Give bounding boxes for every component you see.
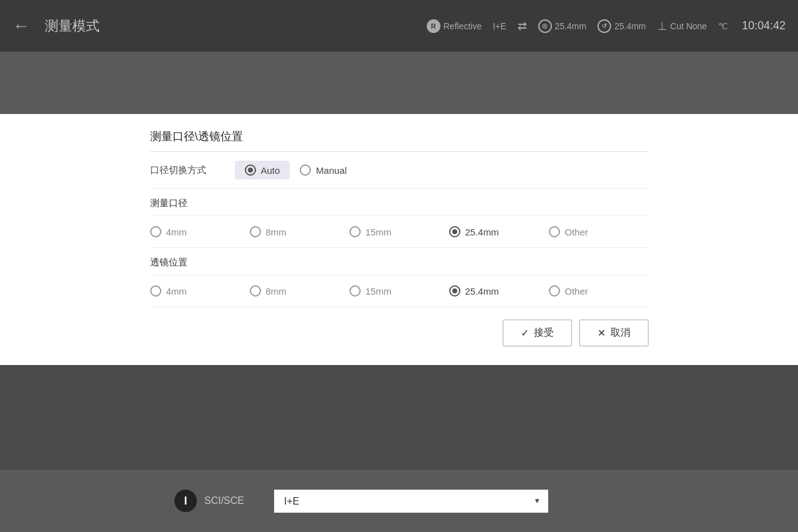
ie-dropdown-wrapper: I+E SCI SCE: [274, 490, 548, 513]
lens-position-heading: 透镜位置: [150, 248, 648, 275]
auto-option[interactable]: Auto: [235, 161, 290, 179]
measurement-aperture-row: 4mm 8mm 15mm 25.4mm Other: [150, 216, 648, 248]
bottom-bar: I SCI/SCE I+E SCI SCE: [0, 470, 798, 532]
aperture-15mm-radio[interactable]: [349, 226, 361, 237]
aperture-switch-row: 口径切换方式 Auto Manual: [150, 152, 648, 189]
status-group: R Reflective I+E ⇄ ◎ 25.4mm ↺ 25.4mm ⊥ C…: [427, 19, 786, 33]
reflective-status: R Reflective: [427, 19, 482, 33]
cancel-label: 取消: [610, 326, 630, 340]
action-row: ✓ 接受 ✕ 取消: [150, 307, 648, 346]
usb-icon: ⇄: [518, 19, 527, 33]
aperture1-icon: ◎: [538, 19, 552, 33]
cut-status: ⊥ Cut None: [657, 19, 707, 33]
aperture-other-radio[interactable]: [549, 226, 560, 237]
aperture-switch-group: Auto Manual: [235, 161, 357, 179]
middle-gray-area: [0, 52, 798, 114]
lens-15mm-option[interactable]: 15mm: [349, 285, 449, 297]
measurement-aperture-heading: 测量口径: [150, 189, 648, 216]
aperture-8mm-radio[interactable]: [250, 226, 261, 237]
lens-4mm-option[interactable]: 4mm: [150, 285, 250, 297]
cancel-button[interactable]: ✕ 取消: [579, 320, 648, 346]
sci-icon: I: [174, 490, 197, 512]
aperture-other-option[interactable]: Other: [549, 226, 648, 237]
aperture2-value: 25.4mm: [614, 21, 646, 31]
checkmark-icon: ✓: [521, 327, 529, 339]
aperture-25mm-option[interactable]: 25.4mm: [449, 226, 549, 237]
back-button[interactable]: ←: [12, 16, 30, 36]
clock-display: 10:04:42: [742, 19, 786, 32]
dropdown-container: I+E SCI SCE: [274, 490, 548, 513]
accept-button[interactable]: ✓ 接受: [503, 320, 572, 346]
aperture-4mm-radio[interactable]: [150, 226, 161, 237]
aperture-8mm-option[interactable]: 8mm: [250, 226, 349, 237]
lens-other-option[interactable]: Other: [549, 285, 648, 297]
auto-label: Auto: [261, 165, 280, 176]
aperture1-status: ◎ 25.4mm: [538, 19, 587, 33]
aperture-15mm-option[interactable]: 15mm: [349, 226, 449, 237]
accept-label: 接受: [534, 326, 554, 340]
x-icon: ✕: [597, 327, 606, 339]
aperture2-icon: ↺: [597, 19, 611, 33]
dialog-panel: 测量口径\透镜位置 口径切换方式 Auto Manual 测量口径 4mm: [150, 114, 648, 365]
lens-other-radio[interactable]: [549, 285, 560, 297]
aperture1-value: 25.4mm: [555, 21, 587, 31]
aperture2-status: ↺ 25.4mm: [597, 19, 646, 33]
aperture-switch-label: 口径切换方式: [150, 164, 225, 176]
temp-icon: ℃: [718, 21, 728, 31]
manual-radio[interactable]: [300, 164, 311, 176]
sci-label: SCI/SCE: [204, 495, 244, 506]
lens-8mm-radio[interactable]: [250, 285, 261, 297]
reflective-label: Reflective: [444, 21, 482, 31]
page-title: 测量模式: [45, 17, 100, 36]
lens-position-row: 4mm 8mm 15mm 25.4mm Other: [150, 275, 648, 307]
lens-25mm-radio[interactable]: [449, 285, 460, 297]
ie-dropdown[interactable]: I+E SCI SCE: [274, 490, 548, 513]
sci-section: I SCI/SCE: [0, 490, 269, 512]
panel-title: 测量口径\透镜位置: [150, 129, 648, 152]
manual-label: Manual: [316, 165, 346, 176]
aperture-4mm-option[interactable]: 4mm: [150, 226, 250, 237]
ie-label: I+E: [493, 21, 506, 31]
topbar: ← 测量模式 R Reflective I+E ⇄ ◎ 25.4mm ↺ 25.…: [0, 0, 798, 52]
lens-4mm-radio[interactable]: [150, 285, 161, 297]
cut-label: Cut None: [670, 21, 707, 31]
reflective-icon: R: [427, 19, 440, 33]
lens-15mm-radio[interactable]: [349, 285, 361, 297]
lens-25mm-option[interactable]: 25.4mm: [449, 285, 549, 297]
lens-8mm-option[interactable]: 8mm: [250, 285, 349, 297]
aperture-25mm-radio[interactable]: [449, 226, 460, 237]
auto-radio[interactable]: [245, 164, 256, 176]
manual-option[interactable]: Manual: [290, 161, 356, 179]
ie-status: I+E: [493, 21, 506, 31]
main-content: 测量口径\透镜位置 口径切换方式 Auto Manual 测量口径 4mm: [0, 114, 798, 365]
